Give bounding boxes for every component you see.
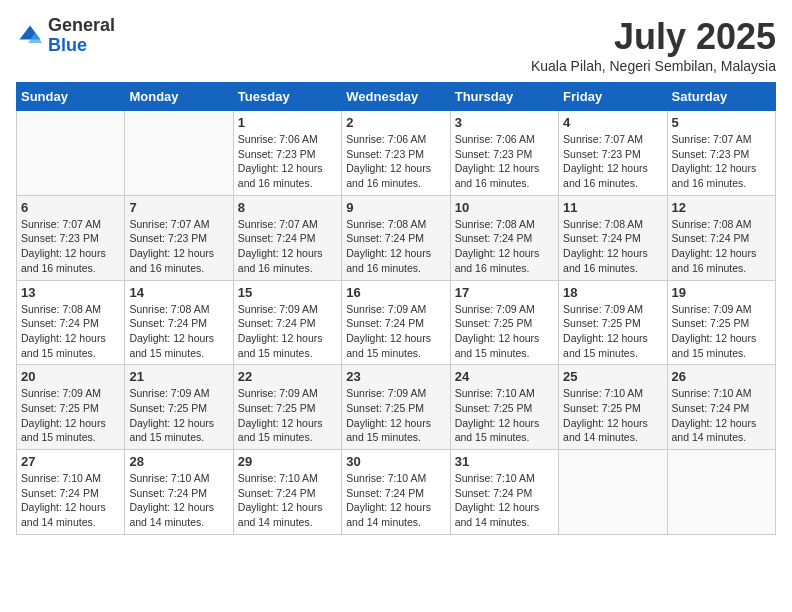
calendar-header: Sunday Monday Tuesday Wednesday Thursday…: [17, 83, 776, 111]
logo: General Blue: [16, 16, 115, 56]
calendar-cell: [17, 111, 125, 196]
sunset: Sunset: 7:24 PM: [238, 486, 337, 501]
sunset: Sunset: 7:23 PM: [563, 147, 662, 162]
calendar-week-1: 1Sunrise: 7:06 AMSunset: 7:23 PMDaylight…: [17, 111, 776, 196]
day-info: Sunrise: 7:09 AMSunset: 7:24 PMDaylight:…: [238, 302, 337, 361]
calendar-cell: 14Sunrise: 7:08 AMSunset: 7:24 PMDayligh…: [125, 280, 233, 365]
day-info: Sunrise: 7:10 AMSunset: 7:24 PMDaylight:…: [238, 471, 337, 530]
sunset: Sunset: 7:24 PM: [238, 316, 337, 331]
sunset: Sunset: 7:24 PM: [21, 486, 120, 501]
daylight: Daylight: 12 hoursand 16 minutes.: [455, 161, 554, 190]
sunset: Sunset: 7:25 PM: [563, 401, 662, 416]
page-header: General Blue July 2025 Kuala Pilah, Nege…: [16, 16, 776, 74]
col-wednesday: Wednesday: [342, 83, 450, 111]
calendar-cell: 9Sunrise: 7:08 AMSunset: 7:24 PMDaylight…: [342, 195, 450, 280]
daylight: Daylight: 12 hoursand 15 minutes.: [129, 331, 228, 360]
day-number: 29: [238, 454, 337, 469]
daylight: Daylight: 12 hoursand 14 minutes.: [672, 416, 771, 445]
calendar-body: 1Sunrise: 7:06 AMSunset: 7:23 PMDaylight…: [17, 111, 776, 535]
sunrise: Sunrise: 7:10 AM: [21, 471, 120, 486]
calendar-cell: 10Sunrise: 7:08 AMSunset: 7:24 PMDayligh…: [450, 195, 558, 280]
sunset: Sunset: 7:24 PM: [563, 231, 662, 246]
title-block: July 2025 Kuala Pilah, Negeri Sembilan, …: [531, 16, 776, 74]
day-info: Sunrise: 7:08 AMSunset: 7:24 PMDaylight:…: [129, 302, 228, 361]
sunrise: Sunrise: 7:09 AM: [672, 302, 771, 317]
sunrise: Sunrise: 7:07 AM: [129, 217, 228, 232]
day-info: Sunrise: 7:07 AMSunset: 7:23 PMDaylight:…: [672, 132, 771, 191]
sunset: Sunset: 7:23 PM: [455, 147, 554, 162]
calendar-cell: 4Sunrise: 7:07 AMSunset: 7:23 PMDaylight…: [559, 111, 667, 196]
day-number: 18: [563, 285, 662, 300]
day-info: Sunrise: 7:06 AMSunset: 7:23 PMDaylight:…: [238, 132, 337, 191]
sunset: Sunset: 7:24 PM: [129, 486, 228, 501]
daylight: Daylight: 12 hoursand 15 minutes.: [21, 416, 120, 445]
day-number: 25: [563, 369, 662, 384]
day-number: 3: [455, 115, 554, 130]
location: Kuala Pilah, Negeri Sembilan, Malaysia: [531, 58, 776, 74]
calendar-cell: 15Sunrise: 7:09 AMSunset: 7:24 PMDayligh…: [233, 280, 341, 365]
daylight: Daylight: 12 hoursand 15 minutes.: [455, 331, 554, 360]
daylight: Daylight: 12 hoursand 15 minutes.: [346, 331, 445, 360]
daylight: Daylight: 12 hoursand 15 minutes.: [129, 416, 228, 445]
day-number: 22: [238, 369, 337, 384]
day-info: Sunrise: 7:08 AMSunset: 7:24 PMDaylight:…: [455, 217, 554, 276]
day-info: Sunrise: 7:10 AMSunset: 7:24 PMDaylight:…: [129, 471, 228, 530]
day-info: Sunrise: 7:07 AMSunset: 7:23 PMDaylight:…: [129, 217, 228, 276]
logo-blue: Blue: [48, 36, 115, 56]
day-info: Sunrise: 7:09 AMSunset: 7:25 PMDaylight:…: [455, 302, 554, 361]
day-number: 23: [346, 369, 445, 384]
sunrise: Sunrise: 7:08 AM: [672, 217, 771, 232]
daylight: Daylight: 12 hoursand 15 minutes.: [238, 416, 337, 445]
sunrise: Sunrise: 7:06 AM: [455, 132, 554, 147]
logo-icon: [16, 22, 44, 50]
logo-general: General: [48, 16, 115, 36]
day-number: 21: [129, 369, 228, 384]
sunset: Sunset: 7:25 PM: [455, 401, 554, 416]
day-number: 7: [129, 200, 228, 215]
calendar-cell: [559, 450, 667, 535]
calendar-week-3: 13Sunrise: 7:08 AMSunset: 7:24 PMDayligh…: [17, 280, 776, 365]
day-info: Sunrise: 7:09 AMSunset: 7:25 PMDaylight:…: [346, 386, 445, 445]
sunrise: Sunrise: 7:09 AM: [129, 386, 228, 401]
sunrise: Sunrise: 7:06 AM: [346, 132, 445, 147]
sunrise: Sunrise: 7:08 AM: [346, 217, 445, 232]
col-sunday: Sunday: [17, 83, 125, 111]
day-number: 13: [21, 285, 120, 300]
calendar-cell: 16Sunrise: 7:09 AMSunset: 7:24 PMDayligh…: [342, 280, 450, 365]
calendar-cell: 21Sunrise: 7:09 AMSunset: 7:25 PMDayligh…: [125, 365, 233, 450]
sunrise: Sunrise: 7:10 AM: [455, 386, 554, 401]
sunset: Sunset: 7:24 PM: [346, 231, 445, 246]
day-info: Sunrise: 7:10 AMSunset: 7:24 PMDaylight:…: [672, 386, 771, 445]
day-info: Sunrise: 7:10 AMSunset: 7:24 PMDaylight:…: [21, 471, 120, 530]
daylight: Daylight: 12 hoursand 14 minutes.: [129, 500, 228, 529]
col-monday: Monday: [125, 83, 233, 111]
col-thursday: Thursday: [450, 83, 558, 111]
sunset: Sunset: 7:25 PM: [672, 316, 771, 331]
daylight: Daylight: 12 hoursand 14 minutes.: [21, 500, 120, 529]
sunset: Sunset: 7:24 PM: [129, 316, 228, 331]
daylight: Daylight: 12 hoursand 15 minutes.: [563, 331, 662, 360]
sunrise: Sunrise: 7:09 AM: [238, 302, 337, 317]
sunrise: Sunrise: 7:09 AM: [346, 302, 445, 317]
day-number: 16: [346, 285, 445, 300]
day-info: Sunrise: 7:09 AMSunset: 7:25 PMDaylight:…: [672, 302, 771, 361]
day-number: 27: [21, 454, 120, 469]
daylight: Daylight: 12 hoursand 14 minutes.: [563, 416, 662, 445]
day-info: Sunrise: 7:10 AMSunset: 7:25 PMDaylight:…: [563, 386, 662, 445]
day-number: 10: [455, 200, 554, 215]
daylight: Daylight: 12 hoursand 16 minutes.: [672, 161, 771, 190]
sunset: Sunset: 7:24 PM: [455, 231, 554, 246]
daylight: Daylight: 12 hoursand 15 minutes.: [672, 331, 771, 360]
sunset: Sunset: 7:24 PM: [21, 316, 120, 331]
day-info: Sunrise: 7:09 AMSunset: 7:25 PMDaylight:…: [21, 386, 120, 445]
daylight: Daylight: 12 hoursand 14 minutes.: [238, 500, 337, 529]
day-number: 26: [672, 369, 771, 384]
calendar-cell: 31Sunrise: 7:10 AMSunset: 7:24 PMDayligh…: [450, 450, 558, 535]
day-number: 31: [455, 454, 554, 469]
day-number: 1: [238, 115, 337, 130]
sunrise: Sunrise: 7:09 AM: [563, 302, 662, 317]
day-number: 11: [563, 200, 662, 215]
day-info: Sunrise: 7:09 AMSunset: 7:24 PMDaylight:…: [346, 302, 445, 361]
daylight: Daylight: 12 hoursand 16 minutes.: [672, 246, 771, 275]
sunrise: Sunrise: 7:10 AM: [346, 471, 445, 486]
